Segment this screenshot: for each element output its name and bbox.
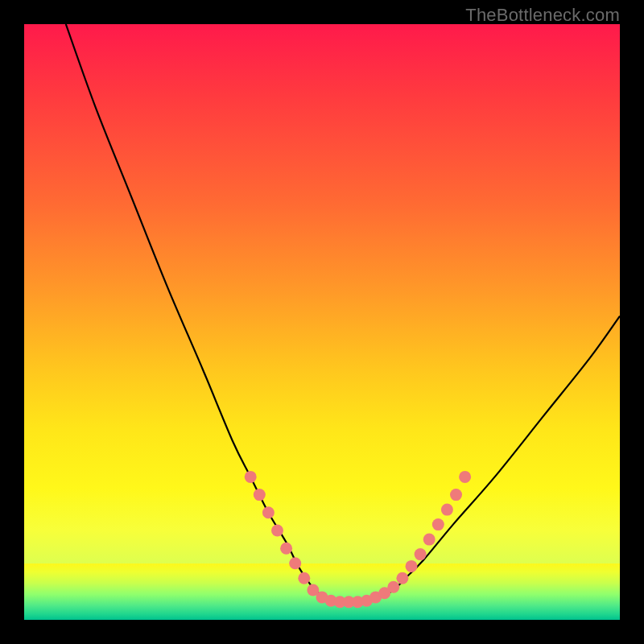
highlight-dot xyxy=(254,489,266,501)
highlight-dot xyxy=(280,543,292,555)
highlight-dot xyxy=(441,504,453,516)
highlight-dot xyxy=(245,471,257,483)
highlight-dot xyxy=(271,525,283,537)
plot-area xyxy=(24,24,620,620)
highlight-dot xyxy=(262,506,275,518)
bottleneck-curve xyxy=(66,24,620,602)
highlight-dot xyxy=(459,471,471,483)
highlight-dot xyxy=(406,560,418,572)
chart-frame: TheBottleneck.com xyxy=(0,0,644,644)
highlight-dot xyxy=(423,534,436,546)
highlight-dot xyxy=(432,518,444,530)
highlight-dot xyxy=(450,489,462,501)
highlight-dot xyxy=(415,548,427,560)
chart-svg xyxy=(24,24,620,620)
highlight-dot xyxy=(298,572,310,584)
highlight-dot xyxy=(289,557,301,569)
watermark-label: TheBottleneck.com xyxy=(465,5,620,26)
highlight-dots xyxy=(245,471,471,608)
highlight-dot xyxy=(387,581,399,593)
highlight-dot xyxy=(396,572,408,584)
